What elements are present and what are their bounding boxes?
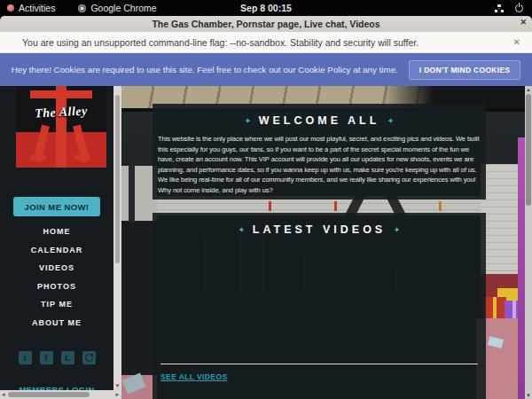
scroll-left-icon[interactable]: ◂	[2, 390, 5, 399]
sidebar-item-photos[interactable]: PHOTOS	[0, 278, 113, 296]
photo-candle	[334, 201, 337, 211]
scroll-down-icon[interactable]: ▼	[525, 392, 532, 399]
main-content: ✦ WELCOME ALL ✦ This website is the only…	[121, 86, 525, 399]
page-vertical-scrollbar[interactable]: ▲ ▼	[525, 86, 532, 399]
site-logo[interactable]: The Alley	[16, 86, 106, 168]
power-icon[interactable]	[515, 4, 523, 12]
latest-videos-title: LATEST VIDEOS	[253, 223, 386, 236]
welcome-text: This website is the only place where we …	[158, 134, 480, 195]
latest-videos-heading: ✦ LATEST VIDEOS ✦	[153, 223, 486, 236]
window-titlebar[interactable]: The Gas Chamber, Pornstar page, Live cha…	[0, 16, 532, 32]
social-links: t f t.	[0, 351, 113, 364]
sidebar-item-calendar[interactable]: CALENDAR	[0, 241, 113, 260]
warning-text: You are using an unsupported command-lin…	[22, 37, 419, 48]
sidebar-nav: HOME CALENDAR VIDEOS PHOTOS TIP ME ABOUT…	[0, 223, 113, 332]
photo-brick-left	[121, 166, 157, 221]
photo-candle	[269, 201, 271, 211]
accept-cookies-button[interactable]: I DON'T MIND COOKIES	[409, 60, 520, 80]
warning-close-icon[interactable]: ✕	[513, 37, 520, 47]
latest-videos-panel: ✦ LATEST VIDEOS ✦ SEE ALL VIDEOS	[153, 213, 486, 399]
join-me-now-button[interactable]: JOIN ME NOW!	[13, 197, 100, 216]
sidebar-item-videos[interactable]: VIDEOS	[0, 259, 113, 278]
network-icon[interactable]	[495, 4, 504, 12]
logo-shape	[74, 155, 90, 160]
tumblr-icon[interactable]: t.	[61, 351, 74, 364]
ornament-icon: ✦	[245, 117, 251, 125]
scroll-down-icon[interactable]: ▼	[113, 382, 121, 389]
photo-candle	[439, 201, 442, 211]
system-tray[interactable]	[495, 4, 523, 12]
cookie-banner: Hey there! Cookies are required to use t…	[0, 53, 532, 86]
scroll-up-icon[interactable]: ▲	[525, 86, 532, 93]
logo-text: The Alley	[16, 103, 106, 121]
cookie-message: Hey there! Cookies are required to use t…	[12, 65, 398, 74]
facebook-icon[interactable]: f	[40, 351, 53, 364]
gnome-top-bar: Activities Google Chrome Sep 8 00:15	[0, 0, 532, 16]
instagram-icon[interactable]	[82, 351, 96, 364]
page-vscroll-thumb[interactable]	[526, 94, 531, 206]
logo-shape	[30, 155, 46, 160]
divider	[160, 364, 478, 364]
page-body: The Alley JOIN ME NOW! HOME CALENDAR VID…	[0, 86, 532, 399]
clock[interactable]: Sep 8 00:15	[0, 3, 532, 13]
sidebar-horizontal-scrollbar[interactable]: ◂ ▸	[0, 390, 121, 399]
ornament-icon: ✦	[394, 226, 400, 234]
ornament-icon: ✦	[387, 117, 394, 125]
sidebar-vertical-scrollbar[interactable]: ▼	[113, 86, 121, 399]
welcome-panel: ✦ WELCOME ALL ✦ This website is the only…	[153, 104, 486, 200]
scroll-right-icon[interactable]: ▸	[115, 390, 119, 399]
welcome-heading: ✦ WELCOME ALL ✦	[153, 114, 486, 127]
ornament-icon: ✦	[239, 226, 245, 234]
window-title: The Gas Chamber, Pornstar page, Live cha…	[152, 19, 379, 29]
sidebar-item-home[interactable]: HOME	[0, 223, 113, 241]
sidebar-vscroll-thumb[interactable]	[115, 95, 120, 263]
sidebar: The Alley JOIN ME NOW! HOME CALENDAR VID…	[0, 86, 113, 399]
photo-pole	[129, 164, 135, 223]
welcome-title: WELCOME ALL	[259, 114, 380, 127]
sidebar-item-tip-me[interactable]: TIP ME	[0, 295, 113, 314]
logo-shape	[30, 90, 92, 98]
sidebar-hscroll-thumb[interactable]	[8, 392, 90, 397]
see-all-videos-link[interactable]: SEE ALL VIDEOS	[160, 372, 228, 381]
photo-purple-strip	[518, 137, 525, 399]
photo-gift-red	[483, 297, 506, 320]
sidebar-item-about-me[interactable]: ABOUT ME	[0, 314, 113, 332]
chrome-warning-bar: You are using an unsupported command-lin…	[0, 32, 532, 53]
window-close-icon[interactable]: ✕	[520, 18, 527, 27]
twitter-icon[interactable]: t	[19, 351, 32, 364]
